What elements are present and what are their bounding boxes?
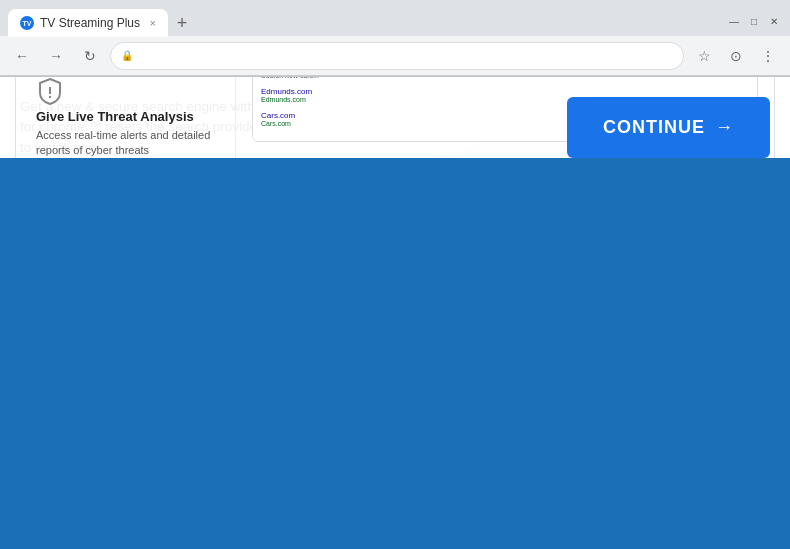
lock-icon: 🔒: [121, 50, 133, 61]
menu-button[interactable]: ⋮: [754, 42, 782, 70]
maximize-button[interactable]: □: [746, 13, 762, 29]
refresh-button[interactable]: ↻: [76, 42, 104, 70]
feature-threat-analysis: Give Live Threat Analysis Access real-ti…: [36, 77, 215, 158]
minimize-button[interactable]: —: [726, 13, 742, 29]
window-controls: — □ ✕: [726, 13, 782, 29]
tab-bar: TV TV Streaming Plus × +: [8, 5, 726, 37]
continue-button[interactable]: CONTINUE →: [567, 97, 770, 158]
back-button[interactable]: ←: [8, 42, 36, 70]
feature2-desc: Access real-time alerts and detailed rep…: [36, 128, 215, 158]
continue-arrow: →: [715, 117, 734, 138]
mini-result-3: New Cars & New Car Prices – Kelley Blue …: [261, 77, 749, 79]
panel-left: Protect MySearchDaily Identify Safe Webs…: [16, 77, 236, 158]
address-bar[interactable]: 🔒: [110, 42, 684, 70]
close-button[interactable]: ✕: [766, 13, 782, 29]
forward-button[interactable]: →: [42, 42, 70, 70]
tab-favicon: TV: [20, 16, 34, 30]
mini-result3-desc: Search new cars...: [261, 77, 749, 79]
account-button[interactable]: ⊙: [722, 42, 750, 70]
feature2-title: Give Live Threat Analysis: [36, 109, 215, 124]
title-bar: TV TV Streaming Plus × + — □ ✕: [0, 0, 790, 36]
continue-label: CONTINUE: [603, 117, 705, 138]
navigation-bar: ← → ↻ 🔒 ☆ ⊙ ⋮: [0, 36, 790, 76]
mini-result4-title: Edmunds.com: [261, 87, 749, 96]
tab-close-icon[interactable]: ×: [150, 17, 156, 29]
tab-label: TV Streaming Plus: [40, 16, 144, 30]
shield-alert-icon: [36, 77, 64, 105]
browser-window: TV TV Streaming Plus × + — □ ✕ ← → ↻ 🔒 ☆: [0, 0, 790, 158]
new-tab-button[interactable]: +: [168, 9, 196, 37]
bookmark-button[interactable]: ☆: [690, 42, 718, 70]
nav-actions: ☆ ⊙ ⋮: [690, 42, 782, 70]
svg-point-3: [49, 95, 51, 97]
active-tab[interactable]: TV TV Streaming Plus ×: [8, 9, 168, 37]
browser-chrome: TV TV Streaming Plus × + — □ ✕ ← → ↻ 🔒 ☆: [0, 0, 790, 77]
page-content: Get a new & secure search engine with Pr…: [0, 77, 790, 158]
